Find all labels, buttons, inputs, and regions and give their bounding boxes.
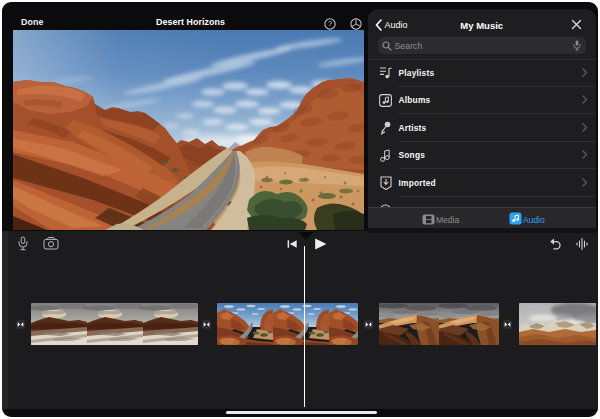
svg-text:?: ? [328,19,332,28]
